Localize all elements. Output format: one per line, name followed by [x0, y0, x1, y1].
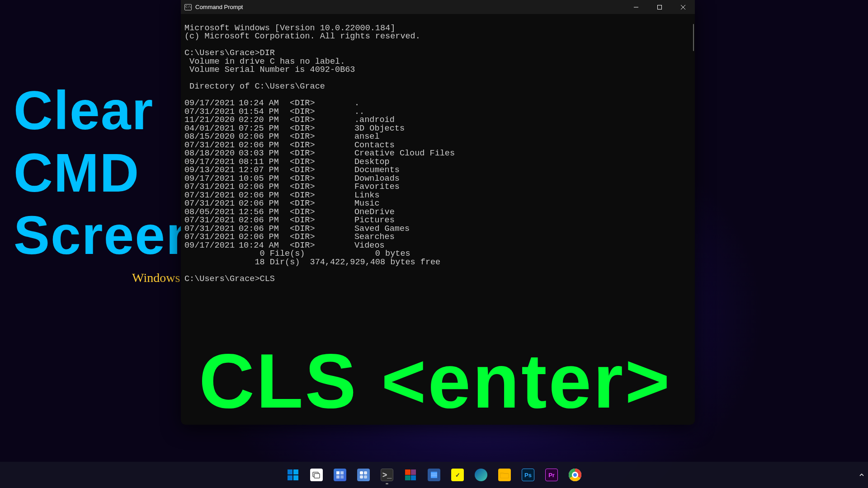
prompt-cls-command: C:\Users\Grace>CLS [184, 274, 275, 284]
entry-type: <DIR> [290, 200, 354, 208]
titlebar[interactable]: Command Prompt [181, 0, 695, 14]
entry-type: <DIR> [290, 166, 354, 175]
dir-entry: 08/18/202003:03 PM<DIR>Creative Cloud Fi… [184, 150, 691, 158]
scrollbar-thumb[interactable] [693, 24, 694, 51]
dir-entry: 07/31/202102:06 PM<DIR>Searches [184, 233, 691, 242]
dir-entry: 09/13/202112:07 PM<DIR>Documents [184, 166, 691, 175]
summary-dirs: 18 Dir(s) 374,422,929,408 bytes free [184, 258, 440, 267]
svg-rect-16 [431, 475, 437, 476]
virtual-desktops-button[interactable] [330, 465, 350, 485]
svg-rect-12 [360, 475, 363, 479]
entry-time: 02:06 PM [239, 200, 290, 208]
overlay-line2: CMD [14, 141, 200, 204]
windows-icon [288, 469, 298, 480]
entry-type: <DIR> [290, 216, 354, 225]
instruction-overlay: CLS <enter> [199, 337, 672, 425]
entry-date: 09/17/2021 [184, 99, 239, 108]
taskbar: >_ ✓ Ps Pr [0, 462, 868, 488]
entry-date: 07/31/2021 [184, 216, 239, 225]
copyright-line: (c) Microsoft Corporation. All rights re… [184, 32, 420, 41]
entry-time: 02:06 PM [239, 233, 290, 242]
entry-name: Searches [354, 233, 395, 242]
entry-type: <DIR> [290, 116, 354, 125]
svg-rect-13 [364, 475, 367, 479]
terminal-taskbar-button[interactable]: >_ [377, 465, 397, 485]
chrome-button[interactable] [565, 465, 585, 485]
entry-time: 02:06 PM [239, 216, 290, 225]
entry-type: <DIR> [290, 99, 354, 108]
svg-rect-6 [336, 471, 340, 474]
entry-time: 02:06 PM [239, 183, 290, 192]
entry-type: <DIR> [290, 133, 354, 141]
premiere-icon: Pr [545, 469, 558, 481]
entry-name: .android [354, 116, 395, 125]
photoshop-icon: Ps [522, 469, 534, 481]
entry-time: 12:07 PM [239, 166, 290, 175]
svg-rect-14 [431, 472, 437, 478]
window-controls [624, 0, 695, 14]
taskbar-center: >_ ✓ Ps Pr [283, 465, 585, 485]
office-icon [405, 469, 416, 480]
office-button[interactable] [400, 465, 421, 485]
start-button[interactable] [283, 465, 303, 485]
sticky-notes-button[interactable]: ✓ [447, 465, 468, 485]
window-title: Command Prompt [195, 4, 624, 10]
entry-time: 10:24 AM [239, 99, 290, 108]
entry-date: 09/13/2021 [184, 166, 239, 175]
close-button[interactable] [671, 0, 695, 14]
maximize-button[interactable] [648, 0, 671, 14]
word-button[interactable] [424, 465, 444, 485]
entry-type: <DIR> [290, 233, 354, 242]
widgets-button[interactable] [353, 465, 374, 485]
svg-rect-5 [314, 474, 320, 478]
entry-name: . [354, 99, 359, 108]
dir-entry: 09/17/202110:24 AM<DIR>. [184, 99, 691, 108]
entry-time: 02:20 PM [239, 116, 290, 125]
dir-entry: 08/15/202002:06 PM<DIR>ansel [184, 133, 691, 141]
directory-of-line: Directory of C:\Users\Grace [184, 82, 325, 91]
entry-name: ansel [354, 133, 380, 141]
minimize-button[interactable] [624, 0, 648, 14]
task-view-button[interactable] [306, 465, 327, 485]
maximize-icon [657, 5, 662, 9]
system-tray [859, 472, 864, 478]
entry-date: 07/31/2021 [184, 233, 239, 242]
entry-date: 08/15/2020 [184, 133, 239, 141]
entry-name: Pictures [354, 216, 395, 225]
entry-name: Favorites [354, 183, 400, 192]
tutorial-title-overlay: Clear CMD Screen Windows 11 [14, 79, 200, 285]
svg-rect-11 [364, 471, 367, 474]
entry-date: 11/21/2020 [184, 116, 239, 125]
svg-rect-9 [340, 475, 344, 479]
edge-button[interactable] [471, 465, 491, 485]
premiere-button[interactable]: Pr [541, 465, 562, 485]
entry-type: <DIR> [290, 183, 354, 192]
word-icon [428, 469, 440, 481]
dir-entry: 07/31/202102:06 PM<DIR>Favorites [184, 183, 691, 192]
widgets-icon [357, 469, 370, 481]
entry-name: Documents [354, 166, 400, 175]
svg-rect-1 [658, 5, 662, 9]
tray-expand-icon[interactable] [859, 472, 864, 478]
entry-type: <DIR> [290, 150, 354, 158]
desktops-icon [334, 469, 346, 481]
chrome-icon [569, 469, 581, 481]
entry-time: 02:06 PM [239, 133, 290, 141]
overlay-line3: Screen [14, 204, 200, 266]
entry-date: 07/31/2021 [184, 200, 239, 208]
close-icon [681, 5, 685, 9]
terminal-icon: >_ [381, 469, 393, 481]
dir-entry: 07/31/202102:06 PM<DIR>Music [184, 200, 691, 208]
sticky-notes-icon: ✓ [451, 469, 464, 481]
file-explorer-button[interactable] [494, 465, 515, 485]
task-view-icon [310, 469, 323, 481]
dir-entry: 07/31/202102:06 PM<DIR>Pictures [184, 216, 691, 225]
overlay-line1: Clear [14, 79, 200, 141]
volume-serial-line: Volume Serial Number is 4092-0B63 [184, 65, 355, 75]
entry-name: Music [354, 200, 380, 208]
directory-listing: 09/17/202110:24 AM<DIR>.07/31/202101:54 … [184, 99, 691, 250]
svg-rect-8 [336, 475, 340, 479]
photoshop-button[interactable]: Ps [518, 465, 538, 485]
entry-date: 08/18/2020 [184, 150, 239, 158]
overlay-subtitle: Windows 11 [14, 271, 200, 285]
